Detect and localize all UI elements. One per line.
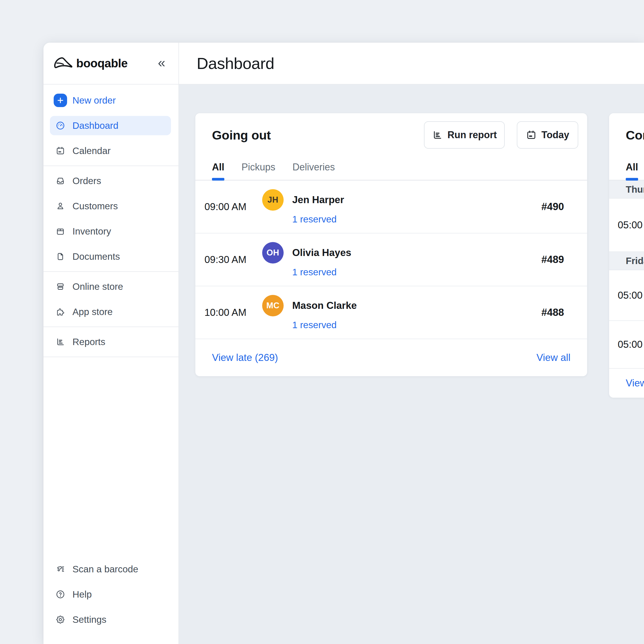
avatar-initials: MC [266,301,279,310]
person-icon [56,201,65,211]
sidebar-item-label: Customers [72,201,118,211]
return-time: 05:00 PM [618,219,644,231]
view-all-link[interactable]: View all [536,352,570,363]
sidebar-item-app-store[interactable]: App store [43,299,178,324]
order-row[interactable]: 09:00 AM JH Jen Harper 1 reserved #490 [195,181,587,233]
pickup-time: 09:30 AM [204,254,262,265]
sidebar-item-new-order[interactable]: New order [43,88,178,113]
today-label: Today [541,129,569,141]
order-row[interactable]: 10:00 AM MC Mason Clarke 1 reserved #488 [195,286,587,339]
gauge-icon [56,121,65,130]
return-time: 05:00 PM [618,290,644,301]
sidebar-item-label: New order [72,95,116,106]
sidebar-item-help[interactable]: Help [43,582,178,607]
day-label: Friday [626,255,644,266]
avatar: JH [262,189,284,211]
sidebar-item-settings[interactable]: Settings [43,607,178,632]
calendar-icon [526,130,537,140]
reserved-link[interactable]: 1 reserved [292,267,541,277]
pickup-time: 09:00 AM [204,201,262,213]
reserved-link[interactable]: 1 reserved [292,214,541,225]
sidebar-item-orders[interactable]: Orders [43,168,178,193]
storefront-icon [56,282,65,291]
sidebar-item-dashboard[interactable]: Dashboard [43,113,178,138]
avatar-initials: JH [268,195,279,205]
day-label: Thursday [626,184,644,195]
return-row[interactable]: 05:00 PM [609,321,644,369]
sidebar-item-inventory[interactable]: Inventory [43,219,178,244]
puzzle-icon [56,307,65,317]
order-row[interactable]: 09:30 AM OH Olivia Hayes 1 reserved #489 [195,233,587,286]
tab-pickups[interactable]: Pickups [241,162,275,180]
coming-back-tabs: All [609,162,644,181]
return-time: 05:00 PM [618,339,644,350]
order-row-main: JH Jen Harper 1 reserved [262,189,541,225]
tab-deliveries[interactable]: Deliveries [292,162,335,180]
order-row-main: OH Olivia Hayes 1 reserved [262,242,541,277]
going-out-footer: View late (269) View all [195,339,587,376]
sidebar-group-main: New order Dashboard [43,87,178,166]
return-row[interactable]: 05:00 PM [609,270,644,321]
pickup-time: 10:00 AM [204,307,262,318]
sidebar-item-label: App store [72,306,113,317]
reserved-link[interactable]: 1 reserved [292,320,541,330]
day-group-header: Friday [609,252,644,270]
sidebar-group-reports: Reports [43,327,178,357]
sidebar-group-manage: Orders Customers Invento [43,166,178,272]
sidebar-item-label: Dashboard [72,120,118,131]
avatar-initials: OH [266,248,279,258]
calendar-icon [56,146,65,156]
sidebar-item-scan-a-barcode[interactable]: Scan a barcode [43,557,178,582]
tab-all[interactable]: All [212,162,224,180]
sidebar: New order Dashboard [43,85,179,644]
sidebar-item-documents[interactable]: Documents [43,244,178,269]
tab-all[interactable]: All [626,162,638,180]
going-out-actions: Run report Today [424,121,578,149]
sidebar-item-label: Help [72,589,92,600]
going-out-card: Going out Run report [195,113,587,376]
sidebar-item-label: Orders [72,175,101,186]
sidebar-item-calendar[interactable]: Calendar [43,138,178,163]
booqable-logo: booqable [54,57,128,70]
coming-back-title: Coming back [626,128,644,142]
day-group-header: Thursday [609,181,644,199]
today-button[interactable]: Today [517,121,578,149]
order-number: #488 [541,307,564,318]
avatar: MC [262,295,284,316]
customer-name: Olivia Hayes [292,247,351,258]
view-all-link[interactable]: View all [626,378,644,389]
going-out-title: Going out [212,128,271,142]
main-header: Dashboard [179,43,644,85]
sidebar-item-online-store[interactable]: Online store [43,274,178,299]
app-window: booqable « Dashboard New order [43,43,644,644]
run-report-label: Run report [448,129,497,141]
sidebar-spacer [43,357,178,554]
help-circle-icon [56,590,65,599]
run-report-button[interactable]: Run report [424,121,505,149]
plus-icon [54,94,67,107]
sidebar-item-label: Online store [72,281,123,292]
sidebar-item-label: Settings [72,614,106,625]
barcode-scanner-icon [56,564,65,574]
customer-name: Mason Clarke [292,300,357,311]
order-number: #489 [541,254,564,265]
sidebar-item-reports[interactable]: Reports [43,329,178,354]
return-row[interactable]: 05:00 PM [609,199,644,252]
coming-back-header: Coming back [609,113,644,149]
inbox-icon [56,176,65,186]
order-number: #490 [541,201,564,213]
coming-back-footer: View all [609,369,644,398]
booqable-logo-icon [54,57,74,69]
going-out-header: Going out Run report [195,113,587,149]
sidebar-item-customers[interactable]: Customers [43,193,178,219]
sidebar-header: booqable « [43,43,179,85]
box-icon [56,226,65,236]
order-row-main: MC Mason Clarke 1 reserved [262,295,541,330]
view-late-link[interactable]: View late (269) [212,352,278,363]
file-icon [56,252,65,261]
report-icon [432,130,443,140]
going-out-tabs: All Pickups Deliveries [195,162,587,181]
collapse-sidebar-icon[interactable]: « [158,56,165,71]
dashboard-content: Going out Run report [179,85,644,644]
coming-back-card: Coming back All Thursday 05:00 PM Friday… [609,113,644,398]
